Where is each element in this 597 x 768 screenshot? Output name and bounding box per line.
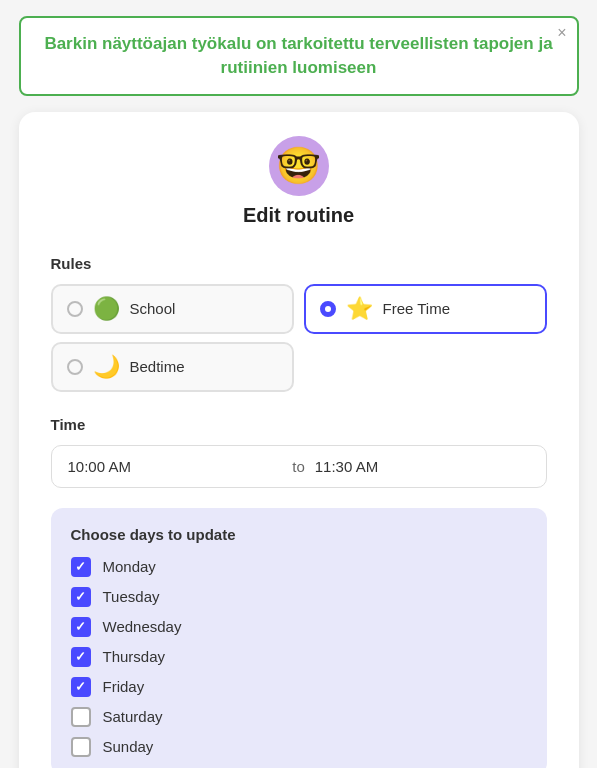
day-row-tuesday: Tuesday (71, 587, 527, 607)
rule-school[interactable]: 🟢 School (51, 284, 294, 334)
time-separator: to (292, 458, 305, 475)
avatar-section: 🤓 Edit routine (51, 136, 547, 247)
time-row[interactable]: 10:00 AM to 11:30 AM (51, 445, 547, 488)
time-end: 11:30 AM (315, 458, 530, 475)
day-row-wednesday: Wednesday (71, 617, 527, 637)
day-row-sunday: Sunday (71, 737, 527, 757)
bedtime-icon: 🌙 (93, 354, 120, 380)
rule-freetime[interactable]: ⭐ Free Time (304, 284, 547, 334)
page-title: Edit routine (243, 204, 354, 227)
day-friday: Friday (103, 678, 145, 695)
day-row-thursday: Thursday (71, 647, 527, 667)
day-row-friday: Friday (71, 677, 527, 697)
checkbox-thursday[interactable] (71, 647, 91, 667)
freetime-label: Free Time (383, 300, 451, 317)
day-sunday: Sunday (103, 738, 154, 755)
day-wednesday: Wednesday (103, 618, 182, 635)
days-title: Choose days to update (71, 526, 527, 543)
banner-text: Barkin näyttöajan työkalu on tarkoitettu… (39, 32, 559, 80)
checkbox-tuesday[interactable] (71, 587, 91, 607)
close-icon[interactable]: × (557, 24, 566, 42)
rules-label: Rules (51, 255, 547, 272)
day-row-saturday: Saturday (71, 707, 527, 727)
day-row-monday: Monday (71, 557, 527, 577)
time-section: Time 10:00 AM to 11:30 AM (51, 416, 547, 488)
day-monday: Monday (103, 558, 156, 575)
radio-school (67, 301, 83, 317)
main-card: 🤓 Edit routine Rules 🟢 School ⭐ Free Tim… (19, 112, 579, 768)
checkbox-monday[interactable] (71, 557, 91, 577)
rules-grid: 🟢 School ⭐ Free Time (51, 284, 547, 334)
radio-freetime (320, 301, 336, 317)
checkbox-friday[interactable] (71, 677, 91, 697)
day-saturday: Saturday (103, 708, 163, 725)
time-start: 10:00 AM (68, 458, 283, 475)
checkbox-saturday[interactable] (71, 707, 91, 727)
bedtime-label: Bedtime (130, 358, 185, 375)
day-tuesday: Tuesday (103, 588, 160, 605)
tooltip-banner: Barkin näyttöajan työkalu on tarkoitettu… (19, 16, 579, 96)
radio-bedtime (67, 359, 83, 375)
time-label: Time (51, 416, 547, 433)
freetime-icon: ⭐ (346, 296, 373, 322)
school-label: School (130, 300, 176, 317)
checkbox-wednesday[interactable] (71, 617, 91, 637)
avatar: 🤓 (269, 136, 329, 196)
rules-section: Rules 🟢 School ⭐ Free Time 🌙 Bedtime (51, 255, 547, 392)
school-icon: 🟢 (93, 296, 120, 322)
day-thursday: Thursday (103, 648, 166, 665)
rule-bedtime[interactable]: 🌙 Bedtime (51, 342, 294, 392)
days-section: Choose days to update Monday Tuesday Wed… (51, 508, 547, 768)
checkbox-sunday[interactable] (71, 737, 91, 757)
rules-bedtime-row: 🌙 Bedtime (51, 342, 547, 392)
